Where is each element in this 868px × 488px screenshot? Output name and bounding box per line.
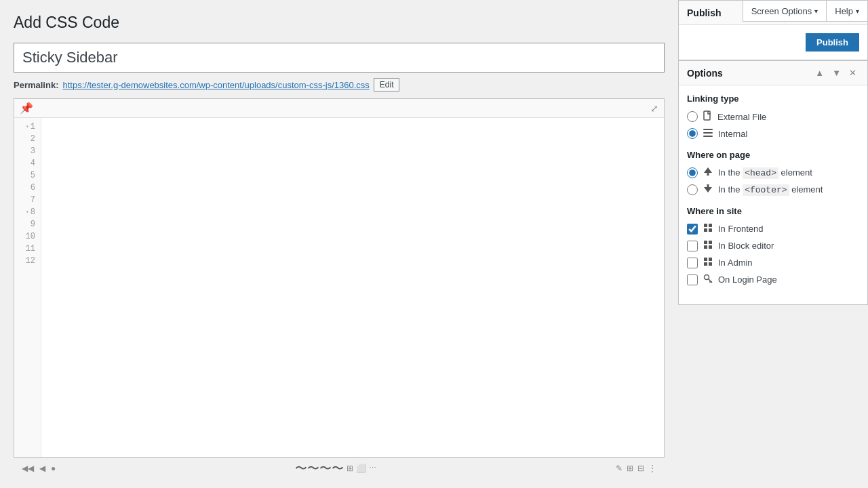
main-wrap: Add CSS Code Permalink: https://tester.g… xyxy=(0,0,868,488)
code-editor: ▾1 2 3 4 5 6 7 ▾8 9 10 11 12 xyxy=(14,118,664,457)
login-key-icon xyxy=(703,274,713,285)
line-number-3: 3 xyxy=(14,145,41,157)
svg-rect-3 xyxy=(703,136,713,137)
linking-type-title: Linking type xyxy=(687,94,859,104)
square-icon[interactable]: ⬜ xyxy=(356,464,366,473)
options-collapse-up-button[interactable]: ▲ xyxy=(812,66,827,79)
line-number-7: 7 xyxy=(14,194,41,206)
screen-options-caret-icon: ▾ xyxy=(814,7,818,15)
sidebar: Publish ▲ ▼ ✕ Publish Options ▲ ▼ ✕ xyxy=(678,0,868,488)
line-number-12: 12 xyxy=(14,255,41,267)
options-box-body: Linking type External File xyxy=(679,85,867,304)
footer-element-radio[interactable] xyxy=(687,184,698,195)
pin-icon[interactable]: 📌 xyxy=(20,102,33,115)
line-number-9: 9 xyxy=(14,218,41,230)
login-page-label[interactable]: On Login Page xyxy=(718,274,777,285)
svg-rect-0 xyxy=(704,111,710,120)
external-file-option: External File xyxy=(687,110,859,123)
svg-marker-4 xyxy=(704,167,712,173)
options-collapse-down-button[interactable]: ▼ xyxy=(829,66,844,79)
internal-radio[interactable] xyxy=(687,128,698,139)
footer-element-label[interactable]: In the <footer> element xyxy=(718,184,823,195)
admin-option: In Admin xyxy=(687,257,859,268)
status-bar: ◀◀ ◀ ● 〜〜〜〜 ⊞ ⬜ ⋯ ✎ ⊞ ⊟ ⋮ xyxy=(14,458,665,478)
svg-rect-8 xyxy=(704,224,707,227)
external-file-icon xyxy=(703,110,712,123)
page-title: Add CSS Code xyxy=(14,14,665,32)
code-textarea[interactable] xyxy=(41,118,664,457)
line-number-10: 10 xyxy=(14,230,41,243)
publish-box-title: Publish xyxy=(687,7,722,18)
line-number-1: ▾1 xyxy=(14,121,41,133)
frontend-option: In Frontend xyxy=(687,223,859,235)
head-element-label[interactable]: In the <head> element xyxy=(718,167,812,178)
expand-icon[interactable]: ⤢ xyxy=(650,103,658,114)
line-number-2: 2 xyxy=(14,133,41,145)
svg-rect-1 xyxy=(703,129,713,130)
wave-label: ⋯ xyxy=(369,464,376,472)
frontend-label[interactable]: In Frontend xyxy=(718,224,764,234)
edit-icon[interactable]: ✎ xyxy=(616,464,623,473)
footer-down-arrow-icon xyxy=(703,184,713,195)
block-editor-label[interactable]: In Block editor xyxy=(718,241,774,251)
internal-label[interactable]: Internal xyxy=(718,129,747,139)
frontend-checkbox[interactable] xyxy=(687,224,698,235)
block-editor-checkbox[interactable] xyxy=(687,241,698,251)
status-left: ◀◀ ◀ ● xyxy=(22,464,56,473)
admin-checkbox[interactable] xyxy=(687,258,698,268)
svg-rect-7 xyxy=(707,184,709,187)
internal-option: Internal xyxy=(687,128,859,139)
line-number-8: ▾8 xyxy=(14,206,41,218)
where-in-site-title: Where in site xyxy=(687,206,859,216)
svg-rect-13 xyxy=(709,241,712,244)
line-number-4: 4 xyxy=(14,157,41,169)
rewind-icon[interactable]: ◀◀ xyxy=(22,464,34,473)
more-icon[interactable]: ⋮ xyxy=(648,464,656,473)
line-arrow-1: ▾ xyxy=(26,121,29,133)
record-icon[interactable]: ● xyxy=(51,464,56,473)
options-box-controls: ▲ ▼ ✕ xyxy=(812,66,859,79)
line-numbers: ▾1 2 3 4 5 6 7 ▾8 9 10 11 12 xyxy=(14,118,41,457)
login-page-option: On Login Page xyxy=(687,274,859,285)
svg-rect-11 xyxy=(709,228,712,232)
collapse-icon[interactable]: ⊟ xyxy=(637,464,644,473)
where-on-page-title: Where on page xyxy=(687,150,859,160)
title-input[interactable] xyxy=(14,43,665,73)
admin-label[interactable]: In Admin xyxy=(718,258,753,268)
svg-rect-12 xyxy=(704,241,707,244)
status-center: 〜〜〜〜 ⊞ ⬜ ⋯ xyxy=(295,460,376,476)
help-button[interactable]: Help ▾ xyxy=(826,0,868,22)
options-box-header: Options ▲ ▼ ✕ xyxy=(679,61,867,85)
svg-rect-18 xyxy=(704,262,707,266)
svg-marker-6 xyxy=(704,187,712,192)
head-up-arrow-icon xyxy=(703,167,713,178)
screen-options-button[interactable]: Screen Options ▾ xyxy=(743,0,827,22)
line-arrow-8: ▾ xyxy=(26,206,29,218)
permalink-label: Permalink: xyxy=(14,80,58,90)
publish-button[interactable]: Publish xyxy=(806,33,859,52)
frontend-grid-icon xyxy=(703,223,713,235)
grid-view-icon[interactable]: ⊞ xyxy=(347,464,353,473)
options-box-title: Options xyxy=(687,68,723,79)
svg-rect-5 xyxy=(707,173,709,176)
waveform-icon: 〜〜〜〜 xyxy=(295,460,344,476)
svg-rect-2 xyxy=(703,132,713,134)
layout-icon[interactable]: ⊞ xyxy=(627,464,633,473)
block-editor-option: In Block editor xyxy=(687,240,859,251)
svg-rect-15 xyxy=(709,245,712,249)
external-file-radio[interactable] xyxy=(687,111,698,122)
block-editor-grid-icon xyxy=(703,240,713,251)
external-file-label[interactable]: External File xyxy=(717,112,766,122)
top-bar: Screen Options ▾ Help ▾ xyxy=(743,0,868,22)
internal-icon xyxy=(703,128,713,139)
permalink-row: Permalink: https://tester.g-demowebsites… xyxy=(14,78,665,92)
head-element-radio[interactable] xyxy=(687,167,698,178)
where-on-page-group: Where on page In the <head> element xyxy=(687,150,859,195)
help-label: Help xyxy=(835,6,853,16)
options-close-button[interactable]: ✕ xyxy=(846,66,859,79)
permalink-edit-button[interactable]: Edit xyxy=(374,78,400,92)
permalink-url[interactable]: https://tester.g-demowebsites.com/wp-con… xyxy=(62,80,369,90)
login-page-checkbox[interactable] xyxy=(687,274,698,285)
play-back-icon[interactable]: ◀ xyxy=(39,464,45,473)
editor-box: 📌 ⤢ ▾1 2 3 4 5 6 7 ▾8 9 10 11 12 xyxy=(14,98,665,458)
